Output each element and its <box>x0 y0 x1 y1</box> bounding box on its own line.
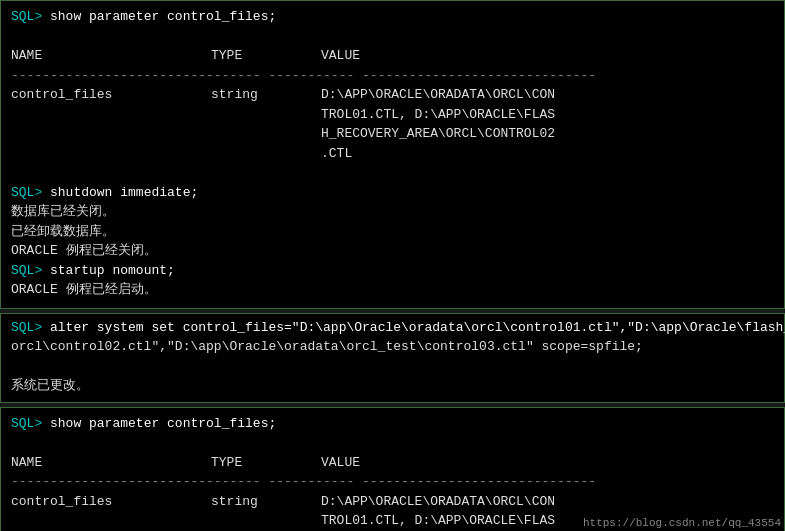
separator-1: -------------------------------- -------… <box>11 66 774 86</box>
line-oracle-started: ORACLE 例程已经启动。 <box>11 280 774 300</box>
col-type-3: string <box>211 492 321 532</box>
data-row-1: control_files string D:\APP\ORACLE\ORADA… <box>11 85 774 163</box>
col-header-row-3: NAME TYPE VALUE <box>11 453 774 473</box>
col-name-3: control_files <box>11 492 211 532</box>
line-alter: SQL> alter system set control_files="D:\… <box>11 318 774 338</box>
col-header-row: NAME TYPE VALUE <box>11 46 774 66</box>
line-s1-1: SQL> show parameter control_files; <box>11 7 774 27</box>
col-name-1: control_files <box>11 85 211 163</box>
section-1: SQL> show parameter control_files; NAME … <box>0 0 785 309</box>
line-alter-cont: orcl\control02.ctl","D:\app\Oracle\orada… <box>11 337 774 357</box>
terminal-wrapper: SQL> show parameter control_files; NAME … <box>0 0 785 531</box>
col-type-header-3: TYPE <box>211 453 321 473</box>
line-s3-blank1 <box>11 433 774 453</box>
col-value-1: D:\APP\ORACLE\ORADATA\ORCL\CONTROL01.CTL… <box>321 85 774 163</box>
section-2: SQL> alter system set control_files="D:\… <box>0 313 785 403</box>
line-system-changed: 系统已更改。 <box>11 376 774 396</box>
line-db-unloaded: 已经卸载数据库。 <box>11 222 774 242</box>
line-shutdown: SQL> shutdown immediate; <box>11 183 774 203</box>
separator-3: -------------------------------- -------… <box>11 472 774 492</box>
watermark: https://blog.csdn.net/qq_43554 <box>583 517 781 529</box>
line-s3-show: SQL> show parameter control_files; <box>11 414 774 434</box>
line-s1-blank1 <box>11 27 774 47</box>
col-type-1: string <box>211 85 321 163</box>
line-oracle-closed: ORACLE 例程已经关闭。 <box>11 241 774 261</box>
line-s2-blank <box>11 357 774 377</box>
line-db-closed: 数据库已经关闭。 <box>11 202 774 222</box>
col-type-header: TYPE <box>211 46 321 66</box>
line-s1-blank2 <box>11 163 774 183</box>
col-name-header-3: NAME <box>11 453 211 473</box>
line-startup: SQL> startup nomount; <box>11 261 774 281</box>
section-3: SQL> show parameter control_files; NAME … <box>0 407 785 532</box>
col-name-header: NAME <box>11 46 211 66</box>
col-value-header-3: VALUE <box>321 453 774 473</box>
col-value-header: VALUE <box>321 46 774 66</box>
